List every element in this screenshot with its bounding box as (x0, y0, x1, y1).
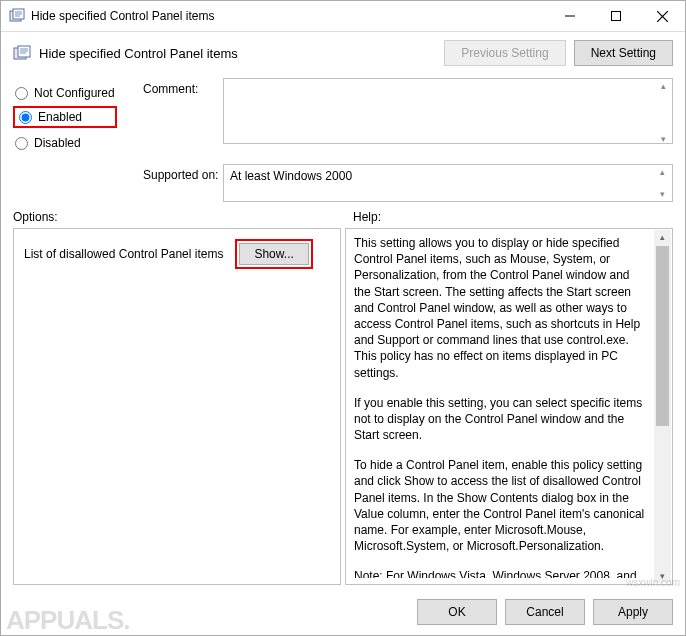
svg-rect-6 (612, 12, 621, 21)
previous-setting-button: Previous Setting (444, 40, 565, 66)
show-button[interactable]: Show... (239, 243, 308, 265)
footer-buttons: OK Cancel Apply (1, 591, 685, 635)
window-title: Hide specified Control Panel items (31, 9, 547, 23)
comment-field-wrap: ▴ ▾ (223, 78, 673, 147)
policy-name: Hide specified Control Panel items (39, 46, 444, 61)
scroll-up-icon[interactable]: ▴ (654, 232, 671, 242)
supported-on-field: At least Windows 2000 ▴ ▾ (223, 164, 673, 202)
state-radio-group: Not Configured Enabled Disabled (13, 78, 143, 156)
help-paragraph: To hide a Control Panel item, enable thi… (354, 457, 648, 554)
options-panel: List of disallowed Control Panel items S… (13, 228, 341, 585)
policy-editor-window: Hide specified Control Panel items Hide … (0, 0, 686, 636)
ok-button[interactable]: OK (417, 599, 497, 625)
panels: List of disallowed Control Panel items S… (1, 228, 685, 591)
nav-buttons: Previous Setting Next Setting (444, 40, 673, 66)
scroll-up-icon: ▴ (655, 80, 672, 92)
radio-not-configured-input[interactable] (15, 87, 28, 100)
scrollbar-thumb[interactable] (656, 246, 669, 426)
supported-row: Supported on: At least Windows 2000 ▴ ▾ (1, 164, 685, 202)
scroll-down-icon[interactable]: ▾ (654, 571, 671, 581)
comment-label: Comment: (143, 78, 223, 96)
comment-textarea[interactable] (223, 78, 673, 144)
help-paragraph: This setting allows you to display or hi… (354, 235, 648, 381)
help-label: Help: (353, 210, 381, 224)
radio-disabled-label: Disabled (34, 136, 81, 150)
highlight-enabled-box: Enabled (13, 106, 117, 128)
close-button[interactable] (639, 1, 685, 31)
radio-enabled-input[interactable] (19, 111, 32, 124)
option-list-row: List of disallowed Control Panel items S… (24, 239, 330, 269)
radio-disabled-input[interactable] (15, 137, 28, 150)
help-paragraph: If you enable this setting, you can sele… (354, 395, 648, 444)
highlight-show-box: Show... (235, 239, 312, 269)
config-row: Not Configured Enabled Disabled Comment:… (1, 78, 685, 156)
help-panel: This setting allows you to display or hi… (345, 228, 673, 585)
minimize-button[interactable] (547, 1, 593, 31)
maximize-button[interactable] (593, 1, 639, 31)
policy-icon (9, 8, 25, 24)
window-controls (547, 1, 685, 31)
titlebar: Hide specified Control Panel items (1, 1, 685, 32)
help-paragraph: Note: For Windows Vista, Windows Server … (354, 568, 648, 578)
options-label: Options: (13, 210, 353, 224)
radio-enabled[interactable]: Enabled (17, 110, 113, 124)
help-scrollbar[interactable]: ▴ ▾ (654, 230, 671, 583)
scroll-up-icon: ▴ (654, 166, 671, 178)
radio-not-configured-label: Not Configured (34, 86, 115, 100)
next-setting-button[interactable]: Next Setting (574, 40, 673, 66)
supported-on-value: At least Windows 2000 (230, 169, 352, 183)
disallowed-list-label: List of disallowed Control Panel items (24, 247, 223, 261)
radio-not-configured[interactable]: Not Configured (13, 82, 143, 104)
panel-labels: Options: Help: (1, 202, 685, 228)
cancel-button[interactable]: Cancel (505, 599, 585, 625)
radio-enabled-label: Enabled (38, 110, 82, 124)
policy-item-icon (13, 44, 31, 62)
subheader: Hide specified Control Panel items Previ… (1, 32, 685, 78)
scroll-down-icon: ▾ (655, 133, 672, 145)
scroll-down-icon: ▾ (654, 188, 671, 200)
help-text: This setting allows you to display or hi… (354, 235, 668, 578)
apply-button[interactable]: Apply (593, 599, 673, 625)
supported-label: Supported on: (143, 164, 223, 182)
radio-disabled[interactable]: Disabled (13, 132, 143, 154)
